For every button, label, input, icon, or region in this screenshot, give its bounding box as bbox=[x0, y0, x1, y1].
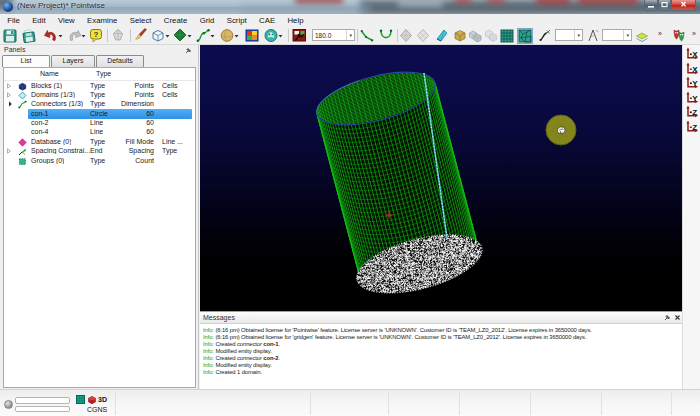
brush-button[interactable] bbox=[134, 28, 148, 44]
toolbar-separator bbox=[288, 29, 289, 42]
expander-expanded-icon[interactable] bbox=[6, 101, 12, 107]
u-curve-button[interactable] bbox=[379, 28, 393, 44]
menu-script[interactable]: Script bbox=[221, 14, 253, 27]
close-button[interactable] bbox=[671, 0, 696, 11]
menu-select[interactable]: Select bbox=[124, 14, 158, 27]
undo-button[interactable] bbox=[44, 28, 63, 44]
toolbar-icon: ? bbox=[89, 28, 103, 44]
tree-row-domains-1-3[interactable]: Domains (1/3)TypePointsCells bbox=[4, 90, 195, 99]
grid-unstructured-button[interactable] bbox=[517, 28, 533, 44]
tree-row-groups-0[interactable]: Groups (0)TypeCount bbox=[4, 156, 195, 165]
dropdown-caret-icon[interactable] bbox=[187, 28, 192, 44]
wire-connector-button[interactable] bbox=[538, 28, 552, 44]
toolbar-overflow-chevron[interactable]: » bbox=[692, 30, 695, 37]
dropdown-caret-icon[interactable] bbox=[278, 28, 283, 44]
tree-row-con-2[interactable]: con-2Line60 bbox=[4, 119, 195, 128]
tab-layers[interactable]: Layers bbox=[51, 55, 95, 67]
menu-view[interactable]: View bbox=[52, 14, 81, 27]
gold-sphere-button[interactable] bbox=[220, 28, 239, 44]
dropdown-caret-icon[interactable] bbox=[58, 28, 63, 44]
column-name: Name bbox=[40, 70, 59, 77]
grid-mode-icon bbox=[76, 395, 85, 404]
open-button[interactable] bbox=[22, 28, 36, 44]
dropdown-caret-icon[interactable] bbox=[234, 28, 239, 44]
combo-caret-icon[interactable]: ▾ bbox=[574, 30, 580, 40]
menu-cae[interactable]: CAE bbox=[253, 14, 281, 27]
axis-glyph-icon: Y bbox=[685, 76, 699, 89]
grid-structured-button[interactable] bbox=[500, 28, 514, 44]
save-button[interactable] bbox=[3, 28, 17, 44]
masks-button[interactable] bbox=[672, 28, 686, 44]
expander-collapsed-icon[interactable] bbox=[6, 83, 12, 89]
view-plus-x-button[interactable]: X bbox=[685, 46, 699, 59]
row-col3: 60 bbox=[110, 110, 154, 117]
colormap-button[interactable] bbox=[245, 28, 259, 44]
cyan-hand-button[interactable] bbox=[264, 28, 283, 44]
menu-help[interactable]: Help bbox=[281, 14, 309, 27]
status-field-top[interactable] bbox=[15, 397, 70, 404]
lamp-button[interactable] bbox=[111, 28, 125, 44]
cyan-wedge-button[interactable] bbox=[435, 28, 449, 44]
menu-edit[interactable]: Edit bbox=[26, 14, 52, 27]
dropdown-caret-icon[interactable] bbox=[165, 28, 170, 44]
gray-cubes-2-button[interactable] bbox=[484, 28, 498, 44]
view-minus-x-button[interactable]: X bbox=[685, 61, 699, 74]
view-plus-z-button[interactable]: Z bbox=[685, 104, 699, 117]
display-viewport[interactable] bbox=[200, 45, 682, 311]
dropdown-caret-icon[interactable] bbox=[210, 28, 215, 44]
menu-grid[interactable]: Grid bbox=[193, 14, 220, 27]
gold-cube-button[interactable] bbox=[453, 28, 467, 44]
trackball-icon bbox=[4, 400, 13, 409]
messages-panel: Messages Info: (6:16 pm) Obtained licens… bbox=[200, 311, 682, 389]
redo-button[interactable] bbox=[67, 28, 86, 44]
help-bubble-button[interactable]: ? bbox=[89, 28, 103, 44]
view-minus-y-button[interactable]: Y bbox=[685, 90, 699, 103]
layers-button[interactable] bbox=[635, 28, 649, 44]
cube-outline-button[interactable] bbox=[151, 28, 170, 44]
menu-file[interactable]: File bbox=[1, 14, 26, 27]
row-name: con-1 bbox=[31, 110, 49, 117]
info-prefix: Info: bbox=[203, 348, 214, 354]
menu-create[interactable]: Create bbox=[158, 14, 194, 27]
toolbar: ?180.0▾▾▾»» bbox=[0, 27, 700, 45]
view-plus-y-button[interactable]: Y bbox=[685, 75, 699, 88]
gray-diamond-1-button[interactable] bbox=[399, 28, 413, 44]
expander-collapsed-icon[interactable] bbox=[6, 148, 12, 154]
toolbar-overflow-chevron[interactable]: » bbox=[658, 30, 661, 37]
combo-caret-icon[interactable]: ▾ bbox=[623, 30, 629, 40]
view-minus-z-button[interactable]: Z bbox=[685, 119, 699, 132]
toolbar-combo[interactable]: ▾ bbox=[555, 29, 583, 41]
dropdown-caret-icon[interactable] bbox=[81, 28, 86, 44]
gray-cubes-1-button[interactable] bbox=[468, 28, 482, 44]
svg-text:?: ? bbox=[94, 30, 99, 39]
menu-examine[interactable]: Examine bbox=[81, 14, 124, 27]
tree-row-spacing-constrai[interactable]: Spacing Constrai...EndSpacingType bbox=[4, 147, 195, 156]
tab-list[interactable]: List bbox=[2, 55, 50, 67]
angle-tool-button[interactable] bbox=[586, 28, 600, 44]
green-diamond-button[interactable] bbox=[173, 28, 192, 44]
tab-defaults[interactable]: Defaults bbox=[96, 55, 144, 67]
maximize-button[interactable] bbox=[658, 0, 671, 11]
tree-row-con-1[interactable]: con-1Circle60 bbox=[4, 109, 195, 118]
polyline-button[interactable] bbox=[360, 28, 374, 44]
pin-icon[interactable] bbox=[185, 47, 192, 54]
status-field-bottom[interactable] bbox=[15, 406, 70, 413]
minimize-button[interactable] bbox=[644, 0, 658, 11]
row-type: Type bbox=[90, 100, 105, 107]
tree-row-database-0[interactable]: Database (0)TypeFill ModeLine ... bbox=[4, 137, 195, 146]
tree-row-connectors-1-3[interactable]: Connectors (1/3)TypeDimension bbox=[4, 100, 195, 109]
axis-glyph-icon: X bbox=[685, 62, 699, 75]
tree-row-con-4[interactable]: con-4Line60 bbox=[4, 128, 195, 137]
toolbar-combo[interactable]: ▾ bbox=[602, 29, 632, 41]
angle-combo[interactable]: 180.0▾ bbox=[312, 29, 355, 41]
close-icon[interactable] bbox=[674, 314, 681, 321]
toolbar-icon bbox=[500, 28, 514, 44]
pin-icon[interactable] bbox=[664, 314, 671, 321]
combo-caret-icon[interactable]: ▾ bbox=[346, 30, 352, 40]
examine-button[interactable] bbox=[292, 28, 306, 44]
message-line: Info: Created connector con-1. bbox=[203, 341, 682, 348]
expander-collapsed-icon[interactable] bbox=[6, 92, 12, 98]
gray-diamond-2-button[interactable] bbox=[416, 28, 430, 44]
tree-row-blocks-1[interactable]: Blocks (1)TypePointsCells bbox=[4, 81, 195, 90]
curve-points-button[interactable] bbox=[196, 28, 215, 44]
